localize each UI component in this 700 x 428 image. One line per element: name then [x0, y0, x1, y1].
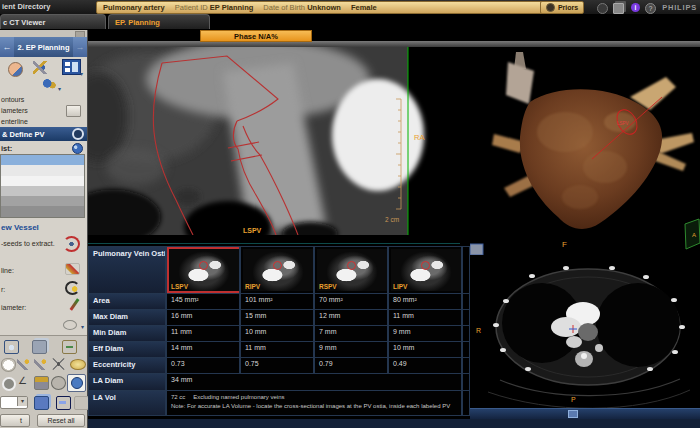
- vessel-list-item[interactable]: [1, 165, 84, 175]
- pv-thumbnail-rspv[interactable]: RSPV: [317, 249, 387, 291]
- panel-divider: [88, 243, 460, 244]
- disabled-tool-icon: [74, 396, 89, 410]
- edit-centerline-label: line:: [1, 267, 14, 274]
- vessel-list-item[interactable]: [1, 206, 84, 216]
- table-extra-column: [462, 246, 470, 416]
- layers-icon[interactable]: [34, 396, 49, 410]
- clipboard-icon[interactable]: [62, 340, 77, 354]
- vessel-listbox[interactable]: [0, 154, 85, 218]
- vessel-list-label: ist:: [1, 144, 12, 153]
- vessel-list-item[interactable]: [1, 196, 84, 206]
- scale-label: 2 cm: [385, 216, 399, 223]
- diameters-label[interactable]: iameters: [1, 107, 28, 114]
- ellipse-roi-icon: [71, 377, 83, 389]
- ellipse-tool-icon[interactable]: [63, 320, 77, 330]
- contours-label[interactable]: ontours: [1, 96, 24, 103]
- top-bar: ient Directory Pulmonary artery Patient …: [0, 0, 700, 14]
- camera-icon[interactable]: [4, 340, 19, 354]
- pv-thumbnail-cell[interactable]: LIPV: [388, 246, 462, 294]
- seed-tool-icon[interactable]: [63, 236, 80, 252]
- priors-button[interactable]: Priors: [540, 1, 584, 14]
- edit-centerline-icon[interactable]: [65, 263, 80, 275]
- mpr-viewport[interactable]: 2 cm RA LSPV: [88, 47, 460, 235]
- preset-dropdown[interactable]: ▾: [0, 396, 28, 409]
- settings-tool-icon[interactable]: [42, 78, 57, 90]
- copy-icon[interactable]: [613, 3, 624, 14]
- tab-ep-planning[interactable]: EP. Planning: [108, 14, 210, 29]
- new-vessel-button[interactable]: ew Vessel: [1, 223, 39, 232]
- dropdown-arrow-icon[interactable]: ▾: [17, 397, 27, 406]
- edit-contour-icon[interactable]: [65, 281, 80, 295]
- orientation-cube[interactable]: A: [685, 219, 700, 249]
- centerline-label[interactable]: enterline: [1, 118, 28, 125]
- mpr-ct-image: [88, 47, 424, 235]
- pv-thumbnail-cell[interactable]: RSPV: [314, 246, 388, 294]
- slice-slider[interactable]: [470, 408, 700, 419]
- pv-thumbnail-cell[interactable]: RIPV: [240, 246, 314, 294]
- help-icon[interactable]: ?: [645, 3, 656, 14]
- ellipse-caret-icon[interactable]: ▾: [81, 323, 84, 330]
- ellipse-roi-selected[interactable]: [67, 374, 86, 392]
- duplicate-icon[interactable]: [32, 340, 47, 354]
- patient-directory-link[interactable]: ient Directory: [2, 2, 50, 11]
- edit-contour-label: r:: [1, 286, 5, 293]
- la-vol-cell: 72 cc Excluding named pulmonary veins No…: [166, 391, 462, 416]
- pv-ostium-marker: [421, 261, 430, 270]
- pv-thumbnail-ripv[interactable]: RIPV: [243, 249, 313, 291]
- vessel-list-item[interactable]: [1, 186, 84, 196]
- vessel-list-item[interactable]: [1, 176, 84, 186]
- table-cell: 11 mm: [240, 342, 314, 358]
- lasso-icon[interactable]: [51, 376, 66, 390]
- layout-caret-icon[interactable]: ▾: [80, 70, 83, 77]
- snapshot-icon[interactable]: [597, 3, 608, 14]
- edit-diameter-icon[interactable]: [70, 298, 80, 310]
- tab-cardiac-ct-viewer[interactable]: c CT Viewer: [0, 14, 106, 29]
- measure-angle-icon[interactable]: [17, 358, 30, 370]
- define-pv-section-header[interactable]: & Define PV: [0, 127, 87, 141]
- vessel-globe-icon[interactable]: [72, 143, 83, 154]
- table-cell: 80 mm²: [388, 294, 462, 310]
- nav-prev-arrow[interactable]: ←: [0, 37, 14, 57]
- row-label: Eff Diam: [88, 342, 166, 358]
- info-icon[interactable]: i: [631, 3, 640, 12]
- clip-tool-icon[interactable]: [33, 61, 50, 74]
- pv-thumbnail-cell[interactable]: LSPV: [166, 246, 240, 294]
- mpr-orientation-label: RA: [414, 133, 424, 142]
- flag-annotation-icon[interactable]: [34, 376, 49, 390]
- application-window: ient Directory Pulmonary artery Patient …: [0, 0, 700, 428]
- row-label: Max Diam: [88, 310, 166, 326]
- circle-roi-icon[interactable]: [2, 377, 16, 391]
- slider-thumb[interactable]: [568, 410, 578, 418]
- reset-button[interactable]: t: [0, 414, 30, 427]
- phase-tab[interactable]: Phase N/A%: [200, 30, 312, 42]
- bottom-toolbar: ∠ ▾ t Reset all: [0, 335, 87, 428]
- cube-face-label: A: [692, 232, 696, 238]
- mini-preview-icon[interactable]: [470, 244, 483, 255]
- reset-all-button[interactable]: Reset all: [37, 414, 85, 427]
- volume-3d-viewport[interactable]: LSPV F A: [470, 47, 700, 255]
- pv-thumbnail-lipv[interactable]: LIPV: [391, 249, 461, 291]
- annotation-label: LSPV: [617, 121, 629, 126]
- label-map-icon[interactable]: [56, 396, 71, 410]
- la-vol-note1: Excluding named pulmonary veins: [193, 394, 284, 400]
- measure-distance-icon[interactable]: [34, 358, 47, 370]
- diameters-option-button[interactable]: [66, 105, 81, 117]
- workflow-nav-bar: ← 2. EP Planning →: [0, 37, 87, 57]
- table-cell: 12 mm: [314, 310, 388, 326]
- patient-id: Patient ID EP Planning: [175, 3, 254, 12]
- segment-icon[interactable]: [1, 358, 16, 372]
- table-cell: 15 mm: [240, 310, 314, 326]
- seeds-label: -seeds to extract.: [1, 240, 55, 247]
- axial-ct-viewport[interactable]: R P: [470, 255, 700, 408]
- layout-tool-icon[interactable]: [62, 59, 81, 75]
- settings-caret-icon[interactable]: ▾: [58, 85, 61, 92]
- patient-tool-icon[interactable]: [8, 62, 23, 77]
- pv-thumbnail-lspv[interactable]: LSPV: [169, 249, 239, 291]
- vessel-list-item-selected[interactable]: [1, 155, 84, 165]
- table-cell: 101 mm²: [240, 294, 314, 310]
- measure-star-icon[interactable]: [52, 358, 65, 370]
- section-toggle-icon[interactable]: [72, 128, 84, 140]
- nav-next-arrow[interactable]: →: [73, 37, 87, 57]
- bean-roi-icon[interactable]: [70, 359, 86, 370]
- angle-icon[interactable]: ∠: [18, 375, 31, 387]
